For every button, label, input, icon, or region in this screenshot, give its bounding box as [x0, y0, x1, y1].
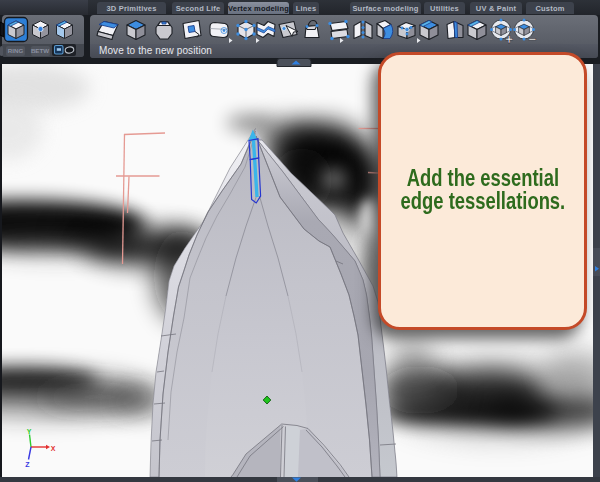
svg-text:Y: Y	[27, 428, 32, 435]
svg-text:+: +	[505, 31, 513, 45]
svg-text:Z: Z	[25, 461, 30, 468]
svg-text:X: X	[51, 445, 56, 452]
svg-text:−: −	[528, 31, 536, 45]
